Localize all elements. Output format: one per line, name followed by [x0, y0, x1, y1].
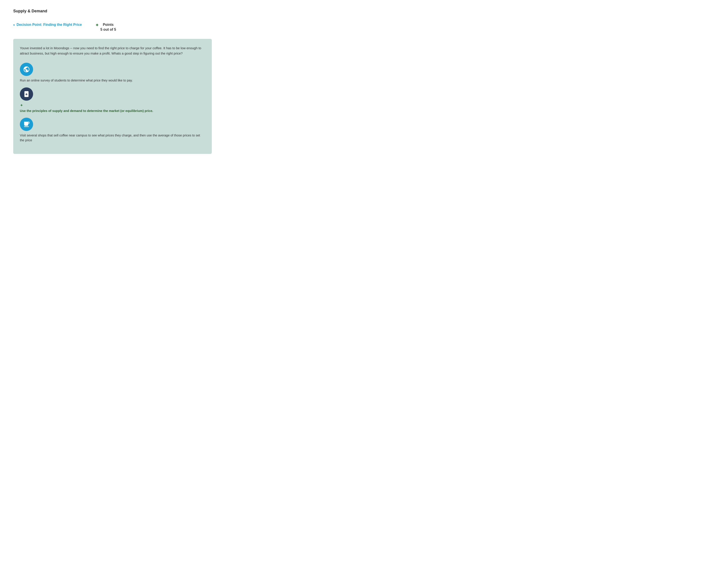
scales-icon [23, 90, 30, 98]
coffee-icon [23, 121, 30, 128]
globe-icon [23, 66, 30, 73]
correct-star-icon: ✦ [20, 103, 23, 108]
option-c: Visit several shops that sell coffee nea… [20, 118, 205, 143]
option-c-label: Visit several shops that sell coffee nea… [20, 133, 205, 143]
option-a: Run an online survey of students to dete… [20, 63, 205, 83]
points-value: 5 out of 5 [100, 28, 116, 31]
option-b-label: Use the principles of supply and demand … [20, 109, 205, 113]
decision-point-title: Decision Point: Finding the Right Price [17, 22, 82, 27]
dropdown-arrow-icon[interactable]: ▾ [13, 23, 15, 27]
option-b-correct-indicator: ✦ [20, 103, 23, 108]
option-c-icon-circle[interactable] [20, 118, 33, 131]
option-a-label: Run an online survey of students to dete… [20, 78, 205, 83]
content-box: Youve invested a lot in Moondogs -- now … [13, 39, 212, 154]
option-b: ✦ Use the principles of supply and deman… [20, 87, 205, 113]
points-label: Points [103, 23, 114, 26]
option-b-icon-circle[interactable] [20, 87, 33, 101]
intro-text: Youve invested a lot in Moondogs -- now … [20, 45, 205, 56]
option-a-icon-circle[interactable] [20, 63, 33, 76]
points-star-icon: ✦ [95, 22, 99, 28]
page-title: Supply & Demand [13, 9, 715, 13]
